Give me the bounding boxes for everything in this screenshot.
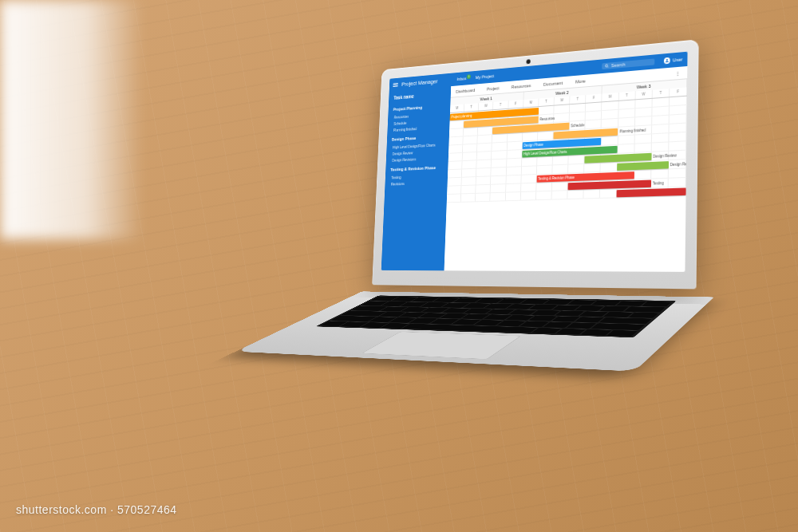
search-icon — [605, 64, 609, 69]
gantt-chart: Week 1Week 2Week 3 MTWTFMTWTFMTWTF Proje… — [444, 79, 688, 272]
nav-inbox[interactable]: Inbox 1 — [454, 76, 469, 81]
gantt-bar[interactable]: Design Review — [585, 153, 652, 164]
main-panel: Dashboard Project Resources Document Mor… — [444, 66, 688, 272]
gantt-grid-column — [651, 97, 670, 197]
gantt-grid-column — [668, 97, 687, 197]
curtain-blur — [0, 0, 144, 239]
user-menu[interactable]: User — [664, 56, 682, 64]
hamburger-menu-icon[interactable] — [393, 83, 397, 87]
gantt-bar-label: Design Revisions — [670, 160, 687, 168]
day-header-cell: T — [570, 95, 586, 104]
gantt-bar[interactable]: Revisions — [617, 187, 686, 197]
gantt-body: Project planningResourcesSchedulePlannin… — [447, 97, 687, 203]
day-header-cell: W — [635, 90, 652, 100]
day-header-cell: M — [450, 104, 464, 113]
app-screen: Project Manager Inbox 1 My Project — [381, 52, 688, 272]
day-header-cell: M — [602, 93, 619, 101]
user-label: User — [673, 57, 683, 62]
svg-point-2 — [666, 59, 668, 61]
gantt-bar[interactable]: Testing — [568, 180, 651, 191]
app-title: Project Manager — [401, 77, 438, 87]
day-header-cell: T — [539, 97, 555, 106]
tab-document[interactable]: Document — [543, 78, 563, 89]
svg-line-1 — [607, 66, 608, 67]
gantt-bar-label: Planning finished — [619, 127, 646, 136]
gantt-grid-column — [617, 100, 635, 198]
sidebar-section-title[interactable]: Testing & Revision Phase — [390, 165, 443, 171]
day-header-cell: F — [670, 87, 687, 97]
day-header-cell: T — [618, 91, 635, 100]
day-header-cell: T — [464, 103, 479, 112]
tab-project[interactable]: Project — [487, 83, 500, 93]
keyboard — [316, 295, 677, 337]
sidebar: Task name Project PlanningResourcesSched… — [381, 86, 452, 270]
watermark: shutterstock.com · 570527464 — [16, 503, 177, 516]
gantt-bar-label: Testing — [653, 179, 664, 187]
laptop-screen-frame: Project Manager Inbox 1 My Project — [372, 39, 698, 289]
inbox-badge: 1 — [467, 74, 471, 79]
day-header-cell: M — [523, 99, 539, 108]
search-input[interactable] — [611, 60, 652, 68]
nav-inbox-label: Inbox — [456, 76, 466, 81]
sidebar-item[interactable]: Revisions — [389, 179, 442, 187]
sidebar-title: Task name — [393, 91, 445, 100]
nav-my-project[interactable]: My Project — [472, 73, 496, 80]
gantt-grid-column — [634, 99, 652, 198]
trackpad — [361, 332, 521, 360]
day-header-cell: T — [653, 89, 670, 98]
gantt-grid-column — [600, 101, 618, 199]
tab-more[interactable]: More — [575, 76, 586, 86]
gantt-bar[interactable]: Design Revisions — [618, 161, 669, 171]
search-box[interactable] — [602, 58, 654, 69]
day-header-cell: W — [479, 102, 494, 111]
tab-dashboard[interactable]: Dashboard — [456, 85, 475, 96]
day-header-cell: W — [555, 97, 571, 105]
day-header-cell: T — [493, 100, 508, 109]
gantt-bar-label: Schedule — [571, 121, 584, 129]
day-header-cell: F — [586, 93, 602, 102]
kebab-menu-icon[interactable]: ⋮ — [675, 70, 681, 77]
gantt-bar-label: Resources — [539, 115, 555, 123]
gantt-bar-label: Design Review — [653, 152, 677, 160]
day-header-cell: F — [508, 100, 523, 108]
laptop: Project Manager Inbox 1 My Project — [335, 48, 766, 510]
tab-resources[interactable]: Resources — [512, 81, 531, 91]
camera-dot — [526, 59, 530, 64]
user-avatar-icon — [664, 57, 670, 65]
